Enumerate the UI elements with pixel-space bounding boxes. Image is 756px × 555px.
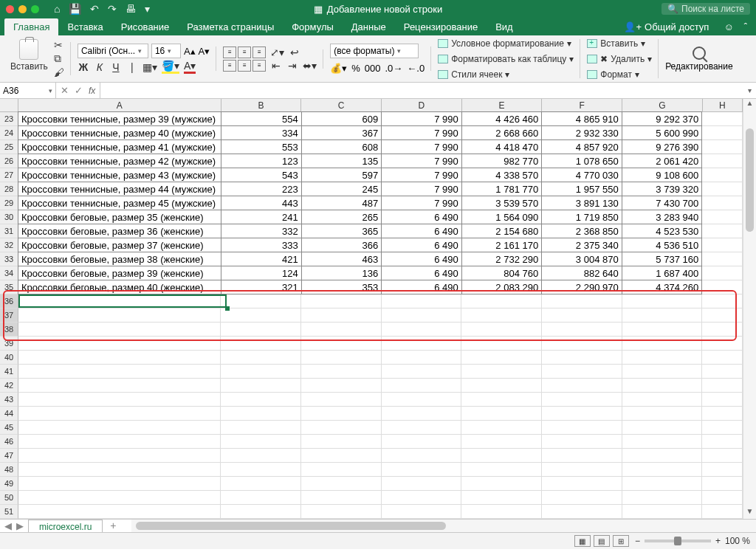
cell[interactable] bbox=[221, 449, 301, 463]
cell[interactable] bbox=[461, 294, 542, 308]
first-sheet-icon[interactable]: ◀ bbox=[4, 520, 12, 531]
cell[interactable] bbox=[622, 435, 703, 449]
number-format-combo[interactable]: (все форматы)▾ bbox=[330, 44, 419, 58]
tab-home[interactable]: Главная bbox=[4, 18, 58, 35]
zoom-in-icon[interactable]: + bbox=[715, 536, 721, 546]
row-header[interactable]: 46 bbox=[0, 435, 18, 449]
merge-icon[interactable]: ⬌▾ bbox=[303, 60, 317, 72]
sheet-tab[interactable]: microexcel.ru bbox=[28, 520, 103, 532]
cell[interactable]: Кроссовки беговые, размер 37 (женские) bbox=[18, 238, 221, 252]
cell[interactable] bbox=[622, 294, 703, 308]
cell[interactable] bbox=[301, 351, 382, 365]
cell[interactable]: 265 bbox=[301, 210, 382, 224]
cell[interactable]: 245 bbox=[301, 182, 382, 196]
cell[interactable]: 1 957 550 bbox=[541, 182, 622, 196]
italic-button[interactable]: К bbox=[94, 61, 106, 73]
cell[interactable] bbox=[702, 308, 743, 323]
cell[interactable]: 463 bbox=[301, 252, 382, 266]
cell[interactable] bbox=[18, 463, 221, 477]
cell[interactable] bbox=[301, 477, 382, 491]
row-header[interactable]: 25 bbox=[0, 140, 18, 154]
cell[interactable] bbox=[301, 294, 382, 308]
cell[interactable]: 2 083 290 bbox=[461, 280, 542, 294]
cell[interactable] bbox=[461, 421, 542, 435]
cell[interactable] bbox=[461, 463, 542, 477]
cell[interactable] bbox=[382, 393, 462, 407]
cell[interactable] bbox=[542, 491, 622, 505]
cell[interactable] bbox=[702, 337, 743, 351]
cell[interactable] bbox=[702, 463, 743, 477]
fx-icon[interactable]: fx bbox=[89, 86, 95, 96]
cell[interactable] bbox=[382, 337, 462, 351]
cell[interactable]: 4 418 470 bbox=[461, 139, 542, 154]
cell[interactable] bbox=[301, 421, 382, 435]
increase-indent-icon[interactable]: ⇥ bbox=[286, 60, 298, 72]
row-header[interactable]: 49 bbox=[0, 477, 18, 491]
increase-font-icon[interactable]: A▴ bbox=[184, 46, 196, 57]
cell[interactable] bbox=[18, 393, 221, 407]
qat-dropdown-icon[interactable]: ▾ bbox=[145, 3, 150, 15]
cell[interactable] bbox=[461, 505, 542, 519]
cell[interactable]: 1 687 400 bbox=[622, 266, 702, 280]
cell[interactable]: 804 760 bbox=[461, 266, 542, 280]
row-header[interactable]: 26 bbox=[0, 154, 18, 168]
cell[interactable]: 2 375 340 bbox=[541, 238, 622, 252]
cell[interactable] bbox=[702, 280, 743, 294]
cell[interactable] bbox=[542, 463, 622, 477]
cell[interactable]: 2 154 680 bbox=[461, 224, 542, 238]
cell[interactable]: 9 108 600 bbox=[622, 168, 702, 182]
cell[interactable] bbox=[622, 337, 703, 351]
cell[interactable] bbox=[622, 379, 703, 393]
cell[interactable] bbox=[382, 351, 462, 365]
cell[interactable] bbox=[461, 323, 542, 337]
cell[interactable]: 2 161 170 bbox=[461, 238, 542, 252]
cell[interactable]: Кроссовки беговые, размер 38 (женские) bbox=[18, 252, 221, 266]
cell[interactable] bbox=[622, 491, 703, 505]
cell[interactable] bbox=[382, 505, 462, 519]
column-header-G[interactable]: G bbox=[622, 99, 703, 112]
cell[interactable] bbox=[382, 407, 462, 421]
fill-color-icon[interactable]: 🪣▾ bbox=[162, 60, 179, 74]
cell[interactable] bbox=[301, 323, 382, 337]
cell[interactable]: Кроссовки беговые, размер 39 (женские) bbox=[18, 266, 221, 280]
cell[interactable]: 2 290 970 bbox=[541, 280, 622, 294]
cell[interactable]: 2 932 330 bbox=[541, 125, 622, 140]
cell[interactable] bbox=[301, 407, 382, 421]
column-header-F[interactable]: F bbox=[542, 99, 622, 112]
row-header[interactable]: 30 bbox=[0, 210, 18, 224]
cell[interactable] bbox=[622, 505, 703, 519]
cell[interactable] bbox=[702, 491, 743, 505]
cell[interactable] bbox=[301, 449, 382, 463]
cell[interactable] bbox=[18, 323, 221, 337]
cell[interactable]: Кроссовки теннисные, размер 40 (мужские) bbox=[18, 125, 221, 140]
decrease-indent-icon[interactable]: ⇤ bbox=[270, 60, 282, 72]
scroll-down-icon[interactable]: ▼ bbox=[743, 507, 756, 519]
cell[interactable] bbox=[702, 266, 743, 280]
cell[interactable] bbox=[382, 294, 462, 308]
cell[interactable] bbox=[461, 435, 542, 449]
cell[interactable] bbox=[702, 168, 743, 182]
cell[interactable]: 367 bbox=[301, 125, 382, 140]
cell[interactable] bbox=[702, 238, 743, 252]
cell[interactable]: 6 490 bbox=[381, 224, 461, 238]
cell[interactable] bbox=[542, 323, 622, 337]
cell[interactable] bbox=[18, 421, 221, 435]
row-header[interactable]: 28 bbox=[0, 182, 18, 196]
cell[interactable] bbox=[221, 505, 301, 519]
minimize-icon[interactable] bbox=[18, 5, 27, 13]
column-header-A[interactable]: A bbox=[18, 99, 221, 112]
cell[interactable]: 7 990 bbox=[381, 196, 461, 210]
cell[interactable] bbox=[301, 393, 382, 407]
spreadsheet-grid[interactable]: ABCDEFGH 2324252627282930313233343536373… bbox=[0, 99, 756, 520]
search-input[interactable]: 🔍 Поиск на листе bbox=[662, 3, 750, 15]
cancel-formula-icon[interactable]: ✕ bbox=[61, 85, 69, 96]
cell[interactable] bbox=[221, 365, 301, 379]
cell[interactable]: 882 640 bbox=[541, 266, 622, 280]
row-header[interactable]: 35 bbox=[0, 280, 18, 294]
cell[interactable] bbox=[221, 407, 301, 421]
cell[interactable]: 241 bbox=[221, 210, 301, 224]
row-header[interactable]: 48 bbox=[0, 463, 18, 477]
cell[interactable]: 597 bbox=[301, 168, 382, 182]
cell[interactable] bbox=[702, 196, 743, 210]
window-controls[interactable] bbox=[6, 5, 39, 13]
